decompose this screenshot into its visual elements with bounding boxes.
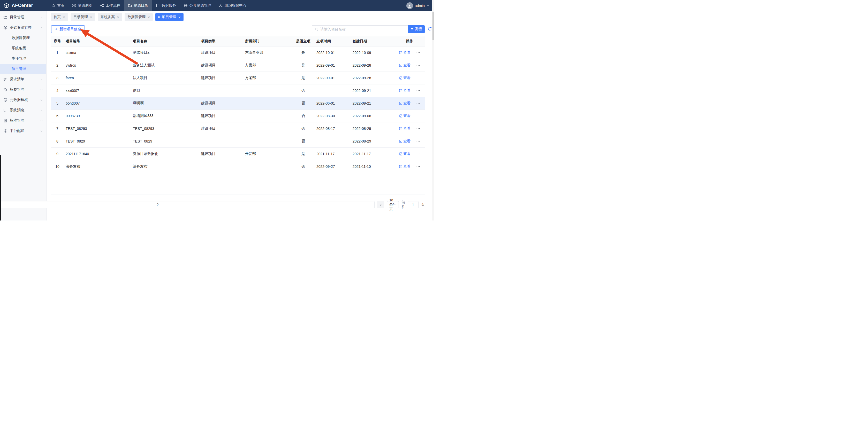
table-row[interactable]: 5 bond007 啊啊啊 建设项目 否 2022-06-01 2022-09-…: [51, 97, 425, 109]
sidebar-item-2[interactable]: 需求清单: [0, 74, 46, 84]
sidebar-subitem-1-0[interactable]: 数据源管理: [0, 33, 46, 43]
nav-item-label: 资源目录: [134, 3, 148, 8]
tab-close-icon[interactable]: ×: [178, 15, 181, 19]
cell-create-date: 2021-11-10: [350, 160, 395, 173]
sidebar-subitem-1-1[interactable]: 系统备案: [0, 43, 46, 54]
table-row[interactable]: 1 csxma 测试项目a 建设项目 东南事业部 是 2022-10-01 20…: [51, 46, 425, 59]
more-actions-icon[interactable]: [416, 114, 420, 118]
nav-item-1[interactable]: 资源浏览: [68, 0, 96, 11]
table-row[interactable]: 6 0098739 新增测试333 建设项目 否 2022-08-30 2022…: [51, 109, 425, 122]
view-link[interactable]: 查看: [399, 126, 411, 131]
page-button-2[interactable]: 2: [0, 201, 375, 208]
view-label: 查看: [403, 151, 411, 156]
cell-create-date: 2022-09-28: [350, 71, 395, 84]
goto-page-input[interactable]: [408, 201, 418, 208]
more-actions-icon[interactable]: [416, 50, 420, 55]
nav-item-6[interactable]: 组织权限中心: [215, 0, 250, 11]
tab-2[interactable]: 系统备案×: [98, 13, 122, 21]
cell-index: 1: [51, 46, 64, 59]
more-actions-icon[interactable]: [416, 101, 420, 105]
search-input[interactable]: [320, 27, 405, 31]
sidebar-subitem-label: 系统备案: [12, 46, 26, 50]
nav-item-5[interactable]: 公共资源管理: [180, 0, 215, 11]
view-link[interactable]: 查看: [399, 101, 411, 106]
view-link[interactable]: 查看: [399, 113, 411, 118]
view-link[interactable]: 查看: [399, 50, 411, 55]
table-row[interactable]: 2 ywfrcs 业务法人测试 建设项目 方案部 是 2022-09-01 20…: [51, 59, 425, 71]
top-navbar: AFCenter 首页资源浏览工作流程资源目录数据服务公共资源管理组织权限中心 …: [0, 0, 434, 11]
more-actions-icon[interactable]: [416, 76, 420, 80]
more-actions-icon[interactable]: [416, 89, 420, 93]
tab-close-icon[interactable]: ×: [63, 15, 65, 19]
table-row[interactable]: 4 xxx0007 信息 否 2022-09-21 查看: [51, 84, 425, 97]
tab-close-icon[interactable]: ×: [117, 15, 119, 19]
table-row[interactable]: 10 法务发布 法务发布 否 2022-09-27 2021-11-10 查看: [51, 160, 425, 173]
cell-approve-date: 2022-08-30: [314, 109, 350, 122]
view-label: 查看: [403, 76, 411, 80]
more-actions-icon[interactable]: [416, 165, 420, 169]
page-size-select[interactable]: 10条/页: [387, 201, 399, 208]
tab-0[interactable]: 首页×: [51, 13, 68, 21]
sidebar-item-6[interactable]: 标准管理: [0, 115, 46, 126]
table-header-row: 序号 项目编号 项目名称 项目类型 所属部门 是否立项 立项时间 创建日期 操作: [51, 36, 425, 46]
view-link[interactable]: 查看: [399, 76, 411, 80]
table-row[interactable]: 3 faren 法人项目 建设项目 方案部 是 2022-09-01 2022-…: [51, 71, 425, 84]
user-menu[interactable]: admin: [404, 0, 432, 11]
next-page-button[interactable]: [377, 201, 384, 208]
tab-1[interactable]: 目录管理×: [70, 13, 95, 21]
more-actions-icon[interactable]: [416, 127, 420, 131]
tab-close-icon[interactable]: ×: [90, 15, 92, 19]
view-link[interactable]: 查看: [399, 88, 411, 93]
cell-code: 法务发布: [64, 160, 131, 173]
view-link[interactable]: 查看: [399, 151, 411, 156]
col-approve-date: 立项时间: [314, 36, 350, 46]
tab-close-icon[interactable]: ×: [148, 15, 150, 19]
sidebar-subitem-1-2[interactable]: 事项管理: [0, 54, 46, 64]
window-scrollbar[interactable]: [432, 0, 434, 220]
sidebar-subitem-1-3[interactable]: 项目管理: [0, 64, 46, 74]
sidebar-item-3[interactable]: 标签管理: [0, 84, 46, 95]
chevron-down-icon: [427, 4, 429, 7]
scrollbar-thumb[interactable]: [432, 12, 434, 40]
platform-config-icon: [3, 129, 7, 133]
view-badge-icon: [399, 139, 402, 143]
nav-item-4[interactable]: 数据服务: [152, 0, 180, 11]
table-body: 1 csxma 测试项目a 建设项目 东南事业部 是 2022-10-01 20…: [51, 46, 425, 173]
tab-3[interactable]: 数据源管理×: [125, 13, 153, 21]
cell-department: [243, 122, 292, 135]
chevron-down-icon: [40, 119, 43, 122]
page-size-label: 10条/页: [389, 198, 394, 211]
sidebar-item-0[interactable]: 目录管理: [0, 12, 46, 23]
table-row[interactable]: 8 TEST_0829 TEST_0829 否 2022-08-29 查看: [51, 135, 425, 147]
cell-type: [199, 135, 243, 147]
nav-item-3[interactable]: 资源目录: [124, 0, 152, 11]
cell-code: TEST_08293: [64, 122, 131, 135]
col-operations: 操作: [395, 36, 425, 46]
add-project-button[interactable]: 新增项目信息: [51, 25, 85, 33]
nav-item-0[interactable]: 首页: [48, 0, 68, 11]
nav-item-2[interactable]: 工作流程: [96, 0, 124, 11]
sidebar-item-label: 平台配置: [10, 129, 38, 133]
sidebar-item-1[interactable]: 基础资源管理: [0, 23, 46, 33]
cell-index: 3: [51, 71, 64, 84]
tab-4[interactable]: 项目管理×: [155, 13, 184, 21]
sidebar-item-7[interactable]: 平台配置: [0, 126, 46, 136]
refresh-button[interactable]: [428, 27, 432, 31]
advanced-filter-button[interactable]: 高级: [408, 25, 425, 33]
sidebar-item-4[interactable]: 元数据检核: [0, 95, 46, 105]
table-row[interactable]: 7 TEST_08293 TEST_08293 建设项目 否 2022-08-1…: [51, 122, 425, 135]
more-actions-icon[interactable]: [416, 63, 420, 67]
table-row[interactable]: 9 202111171640 资源目录数据化 建设项目 开发部 是 2021-1…: [51, 147, 425, 160]
view-label: 查看: [403, 63, 411, 68]
view-link[interactable]: 查看: [399, 139, 411, 143]
cell-index: 2: [51, 59, 64, 71]
chevron-down-icon: [40, 78, 43, 81]
sidebar-item-5[interactable]: 系统消息: [0, 105, 46, 115]
view-link[interactable]: 查看: [399, 164, 411, 169]
cell-type: 建设项目: [199, 122, 243, 135]
view-link[interactable]: 查看: [399, 63, 411, 68]
more-actions-icon[interactable]: [416, 139, 420, 143]
workflow-icon: [100, 4, 104, 7]
more-actions-icon[interactable]: [416, 152, 420, 156]
view-badge-icon: [399, 64, 402, 67]
